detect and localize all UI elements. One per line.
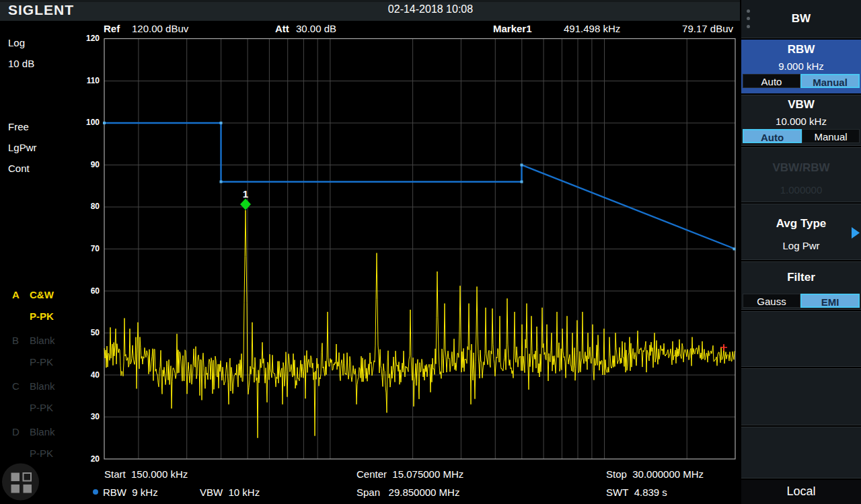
svg-text:1: 1 — [243, 188, 248, 200]
